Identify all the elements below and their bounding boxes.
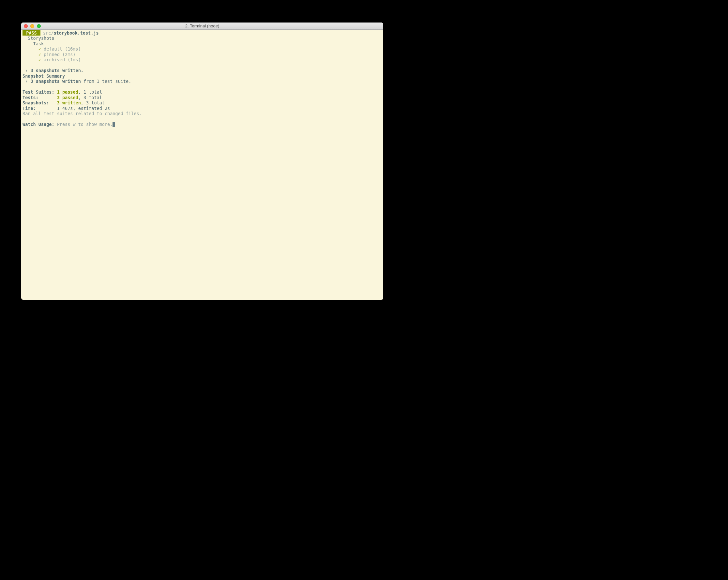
snapshots-label: Snapshots:: [23, 100, 57, 105]
test-item: default (16ms): [44, 46, 81, 52]
window-title: 2. Terminal (node): [21, 24, 383, 28]
arrow-icon: ›: [23, 79, 30, 84]
minimize-icon[interactable]: [30, 24, 34, 28]
snapshot-summary-bold: 3 snapshots written: [30, 79, 81, 84]
ran-message: Ran all test suites related to changed f…: [23, 111, 142, 116]
tests-passed: 3 passed: [57, 95, 78, 100]
tests-total: , 3 total: [78, 95, 102, 100]
close-icon[interactable]: [24, 24, 28, 28]
snapshots-written-count: 3 written: [57, 100, 81, 105]
test-suites-label: Test Suites:: [23, 90, 57, 95]
suite-name: Storyshots: [28, 35, 54, 41]
arrow-icon: ›: [23, 68, 30, 73]
snapshots-total: , 3 total: [81, 100, 105, 105]
sub-suite-name: Task: [33, 41, 44, 46]
pass-badge: PASS: [23, 30, 41, 35]
tests-label: Tests:: [23, 95, 57, 100]
watch-usage-hint: Press w to show more.: [57, 122, 113, 127]
terminal-output[interactable]: PASS src/storybook.test.js Storyshots Ta…: [21, 30, 383, 300]
terminal-window: 2. Terminal (node) PASS src/storybook.te…: [21, 23, 383, 300]
snapshot-summary-rest: from 1 test suite.: [81, 79, 131, 84]
check-icon: ✓: [38, 52, 41, 57]
snapshot-summary-label: Snapshot Summary: [23, 73, 65, 79]
check-icon: ✓: [38, 57, 41, 62]
time-value: 1.467s, estimated 2s: [57, 106, 110, 111]
check-icon: ✓: [38, 46, 41, 52]
file-dir: src/: [43, 30, 54, 35]
cursor-icon: [112, 122, 115, 127]
test-item: pinned (2ms): [44, 52, 76, 57]
watch-usage-label: Watch Usage:: [23, 122, 57, 127]
test-suites-total: , 1 total: [78, 90, 102, 95]
test-suites-passed: 1 passed: [57, 90, 78, 95]
test-item: archived (1ms): [44, 57, 81, 62]
maximize-icon[interactable]: [37, 24, 41, 28]
titlebar: 2. Terminal (node): [21, 23, 383, 30]
time-label: Time:: [23, 106, 57, 111]
traffic-lights: [21, 24, 41, 28]
file-name: storybook.test.js: [53, 30, 99, 35]
snapshots-written: 3 snapshots written.: [30, 68, 83, 73]
